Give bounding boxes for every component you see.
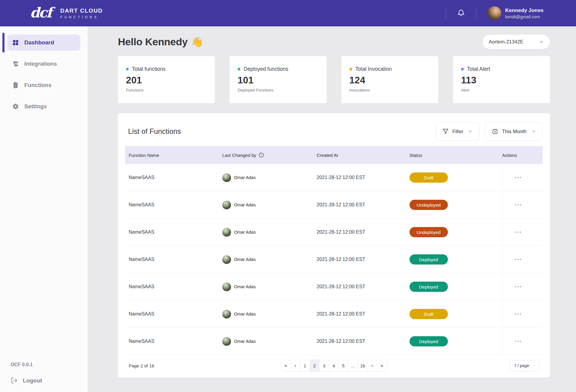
stat-sublabel: Functions <box>126 88 207 92</box>
chevron-down-icon <box>532 364 535 367</box>
stat-label: Total Alert <box>467 66 490 72</box>
stat-sublabel: Deployed Functions <box>238 88 318 92</box>
stat-card-total-alert: Total Alert113Alert <box>453 56 550 103</box>
table-header-row: Function Name Last Changed by ? Created … <box>125 146 543 164</box>
project-selector[interactable]: Aortem-21342E <box>482 34 550 49</box>
cell-status: Deployed <box>410 336 502 346</box>
status-badge-deployed: Deployed <box>410 254 448 265</box>
cell-function-name: NameSAAS <box>129 175 222 180</box>
status-badge-draft: Draft <box>410 309 448 319</box>
cell-last-changed-by: Omar Adas <box>222 283 317 291</box>
filter-button[interactable]: Filter <box>436 122 480 141</box>
pagination-page-16[interactable]: 16 <box>358 360 368 371</box>
page-size-value: 7 / page <box>514 363 529 368</box>
pagination-page-1[interactable]: 1 <box>300 360 310 371</box>
sidebar-item-settings[interactable]: Settings <box>7 98 80 115</box>
row-user-name: Omar Adas <box>234 312 256 316</box>
logout-icon <box>11 377 18 384</box>
stats-row: Total functions201FunctionsDeployed func… <box>118 56 550 103</box>
sidebar-item-label: Settings <box>24 103 47 110</box>
sidebar-item-dashboard[interactable]: Dashboard <box>7 34 80 51</box>
sidebar-nav: DashboardIntegrationsFunctionsSettings <box>0 34 88 120</box>
cell-created-at: 2021-28-12 12:00 EST <box>317 257 410 262</box>
stat-card-deployed-functions: Deployed functions101Deployed Functions <box>230 56 326 103</box>
row-actions-button[interactable] <box>502 246 539 273</box>
stat-dot-icon <box>126 68 129 70</box>
pagination-page-5[interactable]: 5 <box>339 360 348 371</box>
app-version: DCF 0.0.1 <box>11 362 88 367</box>
ellipsis-icon <box>515 341 521 342</box>
main-content: Hello Kennedy 👋 Aortem-21342E Total func… <box>88 26 576 392</box>
row-user-avatar <box>222 228 231 237</box>
pagination-pager: «‹12345...16›» <box>281 360 387 372</box>
row-actions-button[interactable] <box>502 219 539 246</box>
status-badge-undeployed: Undeployed <box>410 200 448 210</box>
cell-last-changed-by: Omar Adas <box>222 173 317 182</box>
cell-status: Undeployed <box>410 200 502 210</box>
row-user-avatar <box>222 255 231 264</box>
pagination-next[interactable]: › <box>368 360 377 371</box>
cell-function-name: NameSAAS <box>129 202 222 208</box>
help-question-icon[interactable]: ? <box>259 152 264 158</box>
stat-dot-icon <box>350 68 352 70</box>
stat-label: Total functions <box>132 66 166 72</box>
stat-sublabel: Invocations <box>350 88 430 92</box>
row-actions-button[interactable] <box>502 301 539 328</box>
project-selector-value: Aortem-21342E <box>489 39 524 45</box>
sidebar-bottom: DCF 0.0.1 Logout <box>0 362 88 392</box>
brand-line1: DART CLOUD <box>60 7 103 14</box>
cell-function-name: NameSAAS <box>129 311 222 317</box>
status-badge-deployed: Deployed <box>410 336 448 346</box>
sidebar-item-integrations[interactable]: Integrations <box>7 56 80 72</box>
ellipsis-icon <box>515 286 521 287</box>
stat-card-total-functions: Total functions201Functions <box>118 56 215 103</box>
svg-text:?: ? <box>261 154 262 157</box>
row-actions-button[interactable] <box>502 273 539 300</box>
pagination-page-2[interactable]: 2 <box>310 360 320 371</box>
status-badge-draft: Draft <box>410 172 448 183</box>
cell-function-name: NameSAAS <box>129 339 222 344</box>
cell-created-at: 2021-28-12 12:00 EST <box>317 175 410 180</box>
pagination-last[interactable]: » <box>377 360 387 371</box>
table-row: NameSAASOmar Adas2021-28-12 12:00 ESTDep… <box>125 246 543 273</box>
stat-card-total-invocation: Total Invocation124Invocations <box>341 56 438 103</box>
row-actions-button[interactable] <box>502 328 539 355</box>
pagination-page-3[interactable]: 3 <box>320 360 329 371</box>
row-user-name: Omar Adas <box>234 284 256 289</box>
logout-button[interactable]: Logout <box>11 377 88 384</box>
logout-label: Logout <box>23 377 42 384</box>
table-row: NameSAASOmar Adas2021-28-12 12:00 ESTDra… <box>125 301 543 328</box>
page-size-selector[interactable]: 7 / page <box>510 360 539 371</box>
period-selector-button[interactable]: 8 This Month <box>485 122 543 141</box>
row-user-name: Omar Adas <box>234 339 256 344</box>
chevron-down-icon <box>532 129 536 133</box>
ellipsis-icon <box>515 313 521 315</box>
pagination-first[interactable]: « <box>281 360 291 371</box>
column-header-status: Status <box>410 153 502 158</box>
user-avatar <box>488 6 501 20</box>
cell-created-at: 2021-28-12 12:00 EST <box>317 202 410 208</box>
cell-created-at: 2021-28-12 12:00 EST <box>317 229 410 235</box>
row-user-name: Omar Adas <box>234 175 256 180</box>
functions-panel: List of Functions Filter 8 Th <box>118 113 550 377</box>
app-root: dcf DART CLOUD FUNCTIONS Kennedy Jones k… <box>0 0 576 392</box>
user-menu[interactable]: Kennedy Jones kendt@gmail.com <box>488 6 544 20</box>
user-meta: Kennedy Jones kendt@gmail.com <box>505 7 544 19</box>
stat-dot-icon <box>238 68 240 70</box>
stat-sublabel: Alert <box>461 88 542 92</box>
pagination-page-4[interactable]: 4 <box>329 360 339 371</box>
stat-value: 124 <box>350 75 430 86</box>
table-row: NameSAASOmar Adas2021-28-12 12:00 ESTDep… <box>125 273 543 301</box>
greeting-text: Hello Kennedy <box>118 36 188 48</box>
chevron-down-icon <box>468 129 472 133</box>
bell-icon <box>457 9 465 17</box>
row-actions-button[interactable] <box>502 191 539 218</box>
pagination-prev[interactable]: ‹ <box>291 360 300 371</box>
notifications-button[interactable] <box>446 9 476 17</box>
stat-label: Total Invocation <box>356 66 392 72</box>
ellipsis-icon <box>515 204 521 205</box>
row-actions-button[interactable] <box>502 164 539 191</box>
table-row: NameSAASOmar Adas2021-28-12 12:00 ESTDep… <box>125 328 543 355</box>
sidebar-item-functions[interactable]: Functions <box>7 77 80 93</box>
status-badge-deployed: Deployed <box>410 282 448 292</box>
